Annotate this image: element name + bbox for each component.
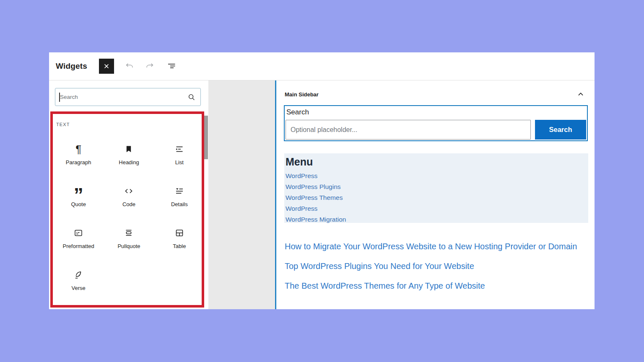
page-title: Widgets	[56, 62, 87, 71]
block-item-preformatted[interactable]: Preformatted	[53, 214, 104, 256]
code-icon	[123, 185, 134, 197]
undo-icon	[125, 61, 135, 71]
menu-link[interactable]: WordPress	[286, 203, 588, 214]
list-icon	[174, 143, 184, 155]
post-link[interactable]: The Best WordPress Themes for Any Type o…	[285, 279, 578, 292]
widgets-editor-window: Widgets	[49, 52, 595, 309]
search-widget-block[interactable]: Search Search	[284, 105, 588, 141]
document-overview-button[interactable]	[166, 61, 177, 72]
preformatted-icon	[73, 227, 83, 239]
post-link[interactable]: How to Migrate Your WordPress Website to…	[285, 240, 578, 253]
undo-button[interactable]	[124, 61, 135, 72]
collapse-widget-area-button[interactable]	[576, 90, 585, 99]
block-item-pullquote[interactable]: Pullquote	[104, 214, 154, 256]
search-widget-row: Search	[286, 120, 586, 140]
menu-widget-block[interactable]: Menu WordPress WordPress Plugins WordPre…	[284, 153, 588, 223]
inserter-scrollbar-thumb[interactable]	[203, 116, 208, 159]
pullquote-icon	[124, 227, 134, 239]
editor-canvas-background	[209, 80, 275, 309]
block-item-quote[interactable]: ” Quote	[53, 172, 104, 214]
editor-top-bar: Widgets	[49, 52, 595, 80]
block-grid: ¶ Paragraph Heading	[53, 130, 205, 297]
menu-link[interactable]: WordPress Migration	[286, 214, 588, 223]
menu-link[interactable]: WordPress Plugins	[286, 181, 588, 192]
menu-links: WordPress WordPress Plugins WordPress Th…	[286, 171, 588, 223]
heading-icon	[124, 143, 134, 155]
block-inserter-panel: TEXT ¶ Paragraph Heading	[49, 80, 209, 309]
search-widget-label: Search	[286, 108, 587, 116]
redo-icon	[145, 61, 155, 71]
menu-link[interactable]: WordPress Themes	[286, 192, 588, 203]
paragraph-icon: ¶	[75, 143, 81, 155]
close-icon	[101, 61, 112, 71]
menu-link[interactable]: WordPress	[286, 171, 588, 181]
search-icon	[187, 93, 196, 102]
redo-button[interactable]	[144, 61, 155, 72]
latest-posts-widget: How to Migrate Your WordPress Website to…	[285, 240, 578, 292]
list-view-icon	[166, 61, 177, 71]
block-item-heading[interactable]: Heading	[104, 130, 154, 172]
close-inserter-button[interactable]	[99, 59, 114, 74]
widget-area-content: Main Sidebar Search Search	[275, 80, 595, 309]
block-item-paragraph[interactable]: ¶ Paragraph	[53, 130, 104, 172]
block-item-verse[interactable]: Verse	[53, 256, 104, 297]
inserter-search-input[interactable]	[55, 88, 200, 106]
block-item-details[interactable]: Details	[154, 172, 205, 214]
table-icon	[174, 227, 184, 239]
details-icon	[174, 185, 184, 197]
inserter-section-label: TEXT	[56, 122, 70, 127]
chevron-up-icon	[576, 90, 585, 99]
block-item-list[interactable]: List	[154, 130, 205, 172]
search-widget-button[interactable]: Search	[535, 120, 586, 140]
widget-area-header: Main Sidebar	[276, 80, 595, 99]
post-link[interactable]: Top WordPress Plugins You Need for Your …	[285, 260, 578, 273]
menu-heading: Menu	[286, 155, 588, 168]
block-item-code[interactable]: Code	[104, 172, 154, 214]
block-item-table[interactable]: Table	[154, 214, 205, 256]
quote-icon: ”	[74, 189, 83, 201]
desktop-background: { "header": { "title": "Widgets" }, "ins…	[0, 0, 644, 362]
text-caret	[59, 93, 60, 102]
widget-area-title: Main Sidebar	[285, 91, 319, 98]
search-widget-placeholder-input[interactable]	[286, 120, 531, 140]
inserter-search-box	[55, 88, 201, 106]
verse-icon	[73, 269, 83, 281]
